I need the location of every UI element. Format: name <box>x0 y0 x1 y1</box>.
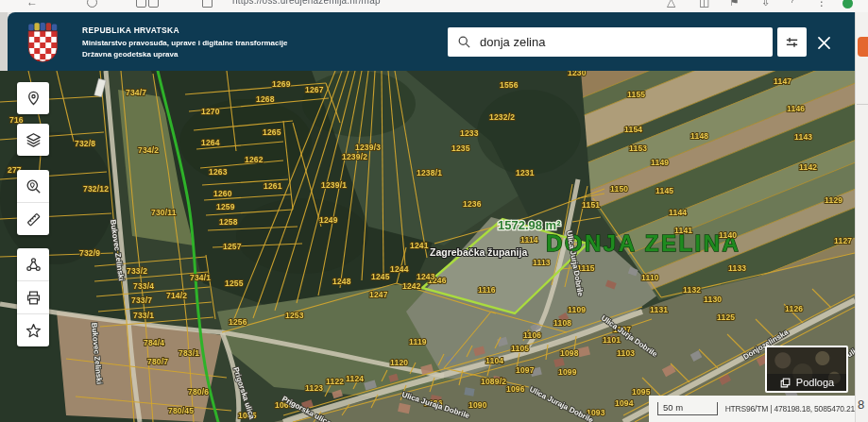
browser-tab-icon2[interactable] <box>148 0 159 8</box>
map-canvas[interactable]: 1572.98 m² Zagrebačka županija DONJA ZEL… <box>0 71 855 422</box>
county-label: Zagrebačka županija <box>430 246 527 258</box>
parcel-label: 1150 <box>610 184 628 194</box>
parcel-label: 734/7 <box>126 88 146 97</box>
parcel-label: 780/7 <box>147 357 168 366</box>
filter-tune-icon <box>784 34 800 50</box>
basemap-layers-icon <box>779 377 791 389</box>
parcel-label: 1153 <box>629 143 647 153</box>
parcel-label: 1129 <box>825 195 842 205</box>
printer-icon <box>25 289 43 307</box>
parcel-label: 1261 <box>264 181 282 191</box>
parcel-label: 1120 <box>390 358 408 367</box>
parcel-label: 1238/1 <box>417 168 442 177</box>
basemap-button-label: Podloga <box>796 377 834 388</box>
locate-me-button[interactable] <box>17 82 49 114</box>
parcel-label: 733/2 <box>127 266 147 276</box>
parcel-label: 1096 <box>506 384 525 394</box>
map-statusbar: 50 m HTRS96/TM | 478198.18, 5085470.21 <box>649 396 855 422</box>
parcel-label: 1094 <box>615 398 634 408</box>
browser-reload-icon[interactable] <box>87 0 97 8</box>
neighbor-partial-text: 8 <box>858 397 864 412</box>
site-info-icon[interactable] <box>202 0 213 8</box>
parcel-label: 733/1 <box>133 311 154 320</box>
parcel-label: 1119 <box>409 337 427 346</box>
parcel-label: 1089/2 <box>481 377 506 386</box>
measure-button[interactable] <box>17 202 49 235</box>
parcel-label: 1244 <box>390 264 409 274</box>
close-icon <box>815 34 833 52</box>
parcel-label: 1097 <box>516 365 535 375</box>
parcel-label: 1248 <box>332 277 351 286</box>
parcel-label: 1145 <box>655 186 673 195</box>
parcel-label: 1110 <box>641 273 659 282</box>
parcel-label: 1103 <box>617 348 635 358</box>
croatia-coat-of-arms <box>26 23 60 62</box>
parcel-label: 1113 <box>533 258 551 267</box>
search-input[interactable]: donja zelina <box>448 27 773 57</box>
parcel-label: 1124 <box>346 374 364 383</box>
parcel-label: 1264 <box>201 138 220 147</box>
parcel-label: 1151 <box>582 200 600 210</box>
parcel-label: 1148 <box>690 131 708 141</box>
parcel-label: 1144 <box>669 208 687 217</box>
browser-tab-icon[interactable] <box>136 0 146 8</box>
share-print-fav-group <box>17 248 49 346</box>
parcel-label: 1231 <box>516 168 535 177</box>
browser-extensions-icon[interactable]: ◜ <box>791 0 796 9</box>
star-icon <box>25 322 43 340</box>
scale-bar: 50 m <box>657 402 718 415</box>
parcel-label: 1258 <box>219 217 238 227</box>
favorites-button[interactable] <box>17 313 49 346</box>
parcel-label: 1146 <box>787 104 805 113</box>
browser-menu-icon[interactable]: ⋮ <box>816 0 827 9</box>
parcel-label: 1155 <box>627 90 645 99</box>
parcel-label: 1154 <box>624 125 642 134</box>
parcel-label: 730/11 <box>151 208 177 217</box>
browser-chrome: ← https://oss.uredjenazemlja.hr/map △ ◫ … <box>0 0 868 12</box>
browser-ext-icon-2[interactable]: ◫ <box>699 0 709 9</box>
browser-download-icon[interactable]: ⇩ <box>761 0 771 9</box>
left-gutter <box>0 12 8 71</box>
search-icon <box>457 35 471 49</box>
parcel-label: 1269 <box>272 79 291 89</box>
layers-button[interactable] <box>17 124 49 156</box>
parcel-label: 1127 <box>834 236 852 245</box>
browser-bookmark-icon[interactable]: ⚑ <box>729 0 740 9</box>
search-filter-button[interactable] <box>777 27 807 57</box>
browser-profile-avatar[interactable] <box>842 0 853 8</box>
basemap-button[interactable]: Podloga <box>765 346 848 393</box>
parcel-label: 1122 <box>326 377 344 386</box>
browser-back-icon[interactable]: ← <box>26 0 38 9</box>
parcel-label: 1133 <box>728 263 746 273</box>
parcel-label: 1131 <box>650 305 668 314</box>
search-measure-group <box>17 170 49 235</box>
print-button[interactable] <box>17 280 49 313</box>
parcel-label: 1265 <box>263 127 281 137</box>
search-value: donja zelina <box>480 35 545 49</box>
parcel-label: 734/1 <box>190 273 211 282</box>
parcel-label: 1232/2 <box>489 112 515 122</box>
parcel-label: 1241 <box>410 241 429 250</box>
parcel-label: 1267 <box>305 85 324 94</box>
url-bar[interactable]: https://oss.uredjenazemlja.hr/map <box>232 0 381 6</box>
search-close-button[interactable] <box>812 31 835 54</box>
parcel-label: 1149 <box>651 158 669 167</box>
parcel-label: 1556 <box>500 80 519 90</box>
parcel-label: 1140 <box>719 230 737 240</box>
parcel-label: 1233 <box>460 128 479 138</box>
parcel-label: 1101 <box>603 335 621 345</box>
parcel-label: 1255 <box>225 279 244 288</box>
parcel-label: 734/2 <box>138 145 159 155</box>
parcel-label: 1108 <box>553 318 571 328</box>
gov-agency: Državna geodetska uprava <box>82 50 287 59</box>
parcel-label: 780/45 <box>168 406 194 415</box>
search-location-button[interactable] <box>17 170 49 202</box>
browser-ext-icon-1[interactable]: △ <box>667 0 675 9</box>
parcel-label: 1147 <box>774 76 791 86</box>
parcel-label: 1270 <box>201 107 220 116</box>
share-button[interactable] <box>17 248 49 280</box>
parcel-label: 1236 <box>463 199 482 209</box>
parcel-label: 1257 <box>223 242 242 251</box>
parcel-label: 1249 <box>319 215 338 225</box>
parcel-label: 784/4 <box>144 338 164 347</box>
